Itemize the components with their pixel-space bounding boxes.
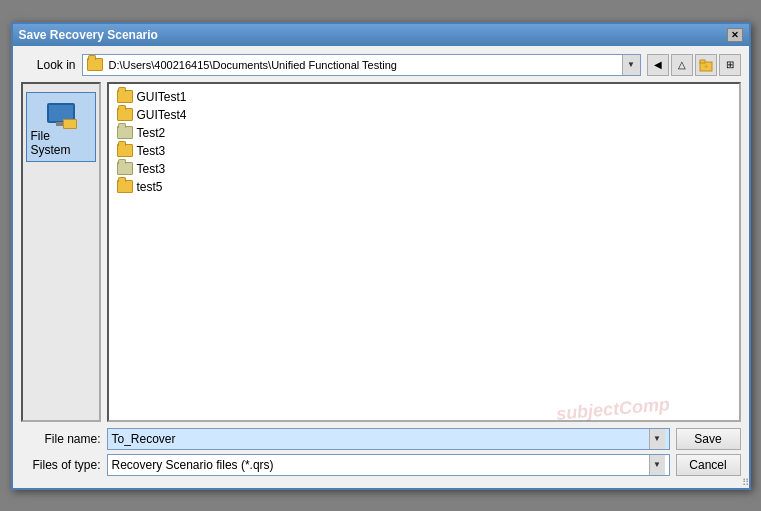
dropdown-arrow-icon: ▼ [627, 60, 635, 69]
dialog-title: Save Recovery Scenario [19, 28, 158, 42]
item-name: GUITest4 [137, 108, 187, 122]
item-name: GUITest1 [137, 90, 187, 104]
svg-text:+: + [703, 63, 707, 70]
filetype-row: Files of type: Recovery Scenario files (… [21, 454, 741, 476]
list-item[interactable]: test5 [113, 178, 735, 196]
filetype-value: Recovery Scenario files (*.qrs) [112, 458, 649, 472]
title-bar: Save Recovery Scenario ✕ [13, 24, 749, 46]
folder-icon [117, 108, 133, 121]
folder-icon [117, 144, 133, 157]
filename-combo[interactable]: To_Recover ▼ [107, 428, 670, 450]
filename-row: File name: To_Recover ▼ Save [21, 428, 741, 450]
list-item[interactable]: Test3 [113, 160, 735, 178]
sidebar: File System [21, 82, 101, 422]
list-item[interactable]: GUITest1 [113, 88, 735, 106]
list-item[interactable]: Test2 [113, 124, 735, 142]
look-in-path: D:\Users\400216415\Documents\Unified Fun… [107, 59, 622, 71]
save-dialog: Save Recovery Scenario ✕ Look in D:\User… [11, 22, 751, 490]
folder-icon [117, 180, 133, 193]
sidebar-item-label: File System [31, 129, 91, 157]
folder-icon [85, 55, 105, 75]
title-bar-buttons: ✕ [727, 28, 743, 42]
view-button[interactable]: ⊞ [719, 54, 741, 76]
up-button[interactable]: △ [671, 54, 693, 76]
dialog-body: Look in D:\Users\400216415\Documents\Uni… [13, 46, 749, 488]
filetype-label: Files of type: [21, 458, 101, 472]
folder-icon-gray [117, 126, 133, 139]
filename-label: File name: [21, 432, 101, 446]
filesystem-icon [45, 97, 77, 129]
item-name: Test3 [137, 162, 166, 176]
bottom-area: File name: To_Recover ▼ Save Files of ty… [21, 428, 741, 476]
folder-icon [117, 90, 133, 103]
file-browser[interactable]: GUITest1 GUITest4 Test2 Test3 [107, 82, 741, 422]
look-in-label: Look in [21, 58, 76, 72]
new-folder-icon: + [699, 58, 713, 72]
cancel-button[interactable]: Cancel [676, 454, 741, 476]
back-button[interactable]: ◀ [647, 54, 669, 76]
sidebar-item-filesystem[interactable]: File System [26, 92, 96, 162]
look-in-row: Look in D:\Users\400216415\Documents\Uni… [21, 54, 741, 76]
filename-dropdown-arrow[interactable]: ▼ [649, 429, 665, 449]
filetype-dropdown-arrow[interactable]: ▼ [649, 455, 665, 475]
new-folder-button[interactable]: + [695, 54, 717, 76]
folder-icon-gray [117, 162, 133, 175]
folder-icon-shape [87, 58, 103, 71]
item-name: test5 [137, 180, 163, 194]
resize-handle[interactable]: ⠿ [742, 477, 749, 488]
dropdown-arrow-icon: ▼ [653, 460, 661, 469]
list-item[interactable]: Test3 [113, 142, 735, 160]
look-in-actions: ◀ △ + ⊞ [647, 54, 741, 76]
filetype-combo[interactable]: Recovery Scenario files (*.qrs) ▼ [107, 454, 670, 476]
main-area: File System GUITest1 GUITest4 T [21, 82, 741, 422]
save-button[interactable]: Save [676, 428, 741, 450]
filename-value: To_Recover [112, 432, 649, 446]
list-item[interactable]: GUITest4 [113, 106, 735, 124]
dropdown-arrow-icon: ▼ [653, 434, 661, 443]
folder-overlay-shape [63, 119, 77, 129]
item-name: Test2 [137, 126, 166, 140]
close-button[interactable]: ✕ [727, 28, 743, 42]
item-name: Test3 [137, 144, 166, 158]
look-in-dropdown-arrow[interactable]: ▼ [622, 55, 640, 75]
look-in-combo[interactable]: D:\Users\400216415\Documents\Unified Fun… [82, 54, 641, 76]
